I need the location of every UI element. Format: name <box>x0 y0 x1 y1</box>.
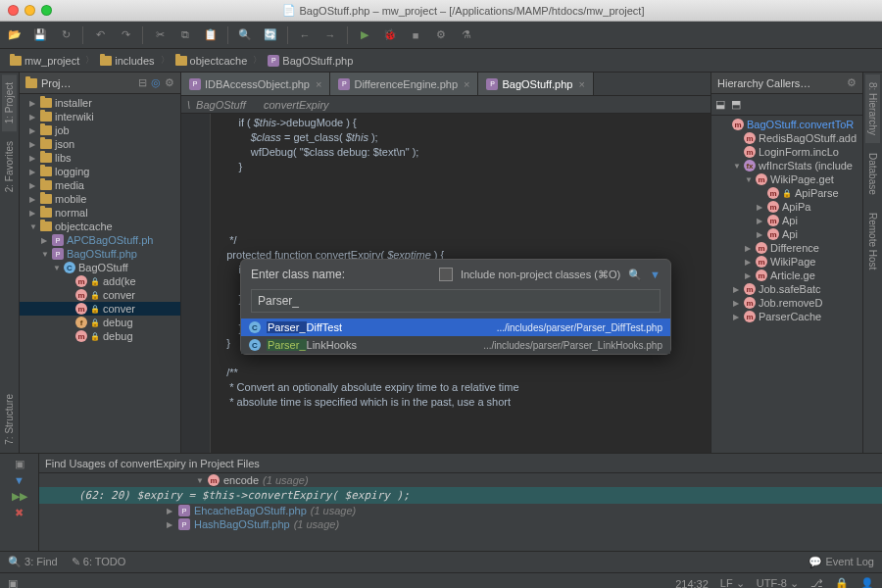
hierarchy-item[interactable]: ▶mArticle.ge <box>711 269 862 282</box>
run-icon[interactable]: ▶▶ <box>12 490 27 503</box>
search-icon[interactable]: 🔍 <box>628 269 642 281</box>
hierarchy-item[interactable]: ▼mWikiPage.get <box>711 172 862 186</box>
hierarchy-item[interactable]: ▶mApiPa <box>711 200 862 214</box>
target-icon[interactable]: ◎ <box>151 76 161 89</box>
tree-item[interactable]: ▶json <box>20 137 180 151</box>
crumb-0[interactable]: mw_project <box>6 53 83 69</box>
tree-item[interactable]: ▶logging <box>20 165 180 178</box>
close-icon[interactable]: × <box>578 78 584 90</box>
tree-item[interactable]: ▶normal <box>20 206 180 220</box>
tree-item[interactable]: ▶PAPCBagOStuff.ph <box>20 233 180 247</box>
usage-group[interactable]: ▼m encode (1 usage) <box>39 473 882 487</box>
tree-item[interactable]: ▼objectcache <box>20 220 180 233</box>
back-icon[interactable]: ← <box>296 26 314 44</box>
tree-item[interactable]: m🔒conver <box>20 302 180 316</box>
hierarchy-item[interactable]: mLoginForm.incLo <box>711 145 862 159</box>
class-name-input[interactable] <box>251 289 661 313</box>
save-icon[interactable]: 💾 <box>31 26 49 44</box>
copy-icon[interactable]: ⧉ <box>176 26 194 44</box>
filter-icon[interactable]: ▼ <box>14 474 24 486</box>
find-tab[interactable]: 🔍 3: Find <box>8 556 58 568</box>
refresh-icon[interactable]: ↻ <box>57 26 74 44</box>
tree-item[interactable]: ▼PBagOStuff.php <box>20 247 180 261</box>
stop-icon[interactable]: ✖ <box>15 507 24 519</box>
tree-item[interactable]: ▶mobile <box>20 192 180 206</box>
crumb-3[interactable]: PBagOStuff.php <box>264 53 357 69</box>
gutter-favorites[interactable]: 2: Favorites <box>2 133 17 200</box>
window-controls[interactable] <box>8 5 52 16</box>
usage-file[interactable]: ▶PHashBagOStuff.php (1 usage) <box>39 517 882 531</box>
project-tree[interactable]: ▶installer▶interwiki▶job▶json▶libs▶loggi… <box>20 94 180 345</box>
editor-tab[interactable]: PIDBAccessObject.php× <box>181 73 330 95</box>
tree-item[interactable]: ▶job <box>20 123 180 137</box>
close-dot[interactable] <box>8 5 19 16</box>
tree-item[interactable]: m🔒debug <box>20 329 180 343</box>
hierarchy-item[interactable]: m🔒ApiParse <box>711 186 862 200</box>
editor-navbar[interactable]: \BagOStuff convertExpiry <box>181 96 710 114</box>
gear-icon[interactable]: ⚙ <box>847 76 857 89</box>
line-sep[interactable]: LF ⌄ <box>720 577 745 588</box>
hierarchy-item[interactable]: ▶mJob.removeD <box>711 296 862 310</box>
run-icon[interactable]: ▶ <box>356 26 373 44</box>
redo-icon[interactable]: ↷ <box>117 26 134 44</box>
collapse-icon[interactable]: ⊟ <box>138 76 147 89</box>
inspect-icon[interactable]: 👤 <box>860 577 874 588</box>
gutter-project[interactable]: 1: Project <box>2 74 17 131</box>
todo-tab[interactable]: ✎ 6: TODO <box>72 556 126 568</box>
close-icon[interactable]: × <box>464 78 469 90</box>
hier-icon[interactable]: ⬓ <box>715 98 725 111</box>
max-dot[interactable] <box>41 5 52 16</box>
tree-item[interactable]: ▶interwiki <box>20 110 180 123</box>
tree-item[interactable]: m🔒conver <box>20 288 180 302</box>
include-nonproject-checkbox[interactable] <box>439 268 453 281</box>
hierarchy-tree[interactable]: mBagOStuff.convertToRmRedisBagOStuff.add… <box>711 116 862 325</box>
tree-item[interactable]: ▶installer <box>20 96 180 110</box>
min-dot[interactable] <box>24 5 35 16</box>
open-icon[interactable]: 📂 <box>6 26 24 44</box>
tree-item[interactable]: ▶libs <box>20 151 180 165</box>
hierarchy-item[interactable]: ▶mWikiPage <box>711 255 862 269</box>
cfg2-icon[interactable]: ⚗ <box>458 26 475 44</box>
close-icon[interactable]: × <box>316 78 321 90</box>
hierarchy-item[interactable]: ▶mApi <box>711 227 862 241</box>
popup-results[interactable]: CParser_DiffTest.../includes/parser/Pars… <box>241 318 670 354</box>
paste-icon[interactable]: 📋 <box>202 26 220 44</box>
replace-icon[interactable]: 🔄 <box>262 26 279 44</box>
encoding[interactable]: UTF-8 ⌄ <box>757 577 799 588</box>
filter-icon[interactable]: ▼ <box>650 269 661 280</box>
lock-icon[interactable]: 🔒 <box>835 577 849 588</box>
popup-result[interactable]: CParser_LinkHooks.../includes/parser/Par… <box>241 336 670 354</box>
status-icon[interactable]: ▣ <box>8 577 18 588</box>
git-icon[interactable]: ⎇ <box>810 577 823 588</box>
hierarchy-item[interactable]: ▶mParserCache <box>711 310 862 323</box>
editor-tab[interactable]: PBagOStuff.php× <box>478 73 593 95</box>
usage-file[interactable]: ▶PEhcacheBagOStuff.php (1 usage) <box>39 504 882 517</box>
hierarchy-item[interactable]: ▶mDifference <box>711 241 862 255</box>
hierarchy-item[interactable]: ▶mJob.safeBatc <box>711 282 862 296</box>
forward-icon[interactable]: → <box>321 26 339 44</box>
editor-tab[interactable]: PDifferenceEngine.php× <box>330 73 478 95</box>
cfg1-icon[interactable]: ⚙ <box>432 26 450 44</box>
hierarchy-item[interactable]: mRedisBagOStuff.add <box>711 131 862 145</box>
tree-item[interactable]: f🔒debug <box>20 316 180 329</box>
debug-icon[interactable]: 🐞 <box>381 26 399 44</box>
hierarchy-item[interactable]: ▶mApi <box>711 214 862 227</box>
hier-icon[interactable]: ⬒ <box>731 98 741 111</box>
rerun-icon[interactable]: ▣ <box>15 458 24 470</box>
undo-icon[interactable]: ↶ <box>91 26 109 44</box>
tree-item[interactable]: ▼CBagOStuff <box>20 261 180 274</box>
cut-icon[interactable]: ✂ <box>151 26 169 44</box>
gutter-structure[interactable]: 7: Structure <box>2 386 17 453</box>
eventlog-tab[interactable]: 💬 Event Log <box>808 556 874 568</box>
crumb-2[interactable]: objectcache <box>172 53 252 69</box>
tree-item[interactable]: ▶media <box>20 178 180 192</box>
tree-item[interactable]: m🔒add(ke <box>20 274 180 288</box>
popup-result[interactable]: CParser_DiffTest.../includes/parser/Pars… <box>241 318 670 336</box>
crumb-1[interactable]: includes <box>96 53 158 69</box>
find-icon[interactable]: 🔍 <box>236 26 254 44</box>
gutter-remote[interactable]: Remote Host <box>865 205 880 277</box>
hierarchy-item[interactable]: mBagOStuff.convertToR <box>711 118 862 131</box>
gear-icon[interactable]: ⚙ <box>165 76 174 89</box>
stop-icon[interactable]: ■ <box>407 26 424 44</box>
gutter-database[interactable]: Database <box>865 145 880 203</box>
